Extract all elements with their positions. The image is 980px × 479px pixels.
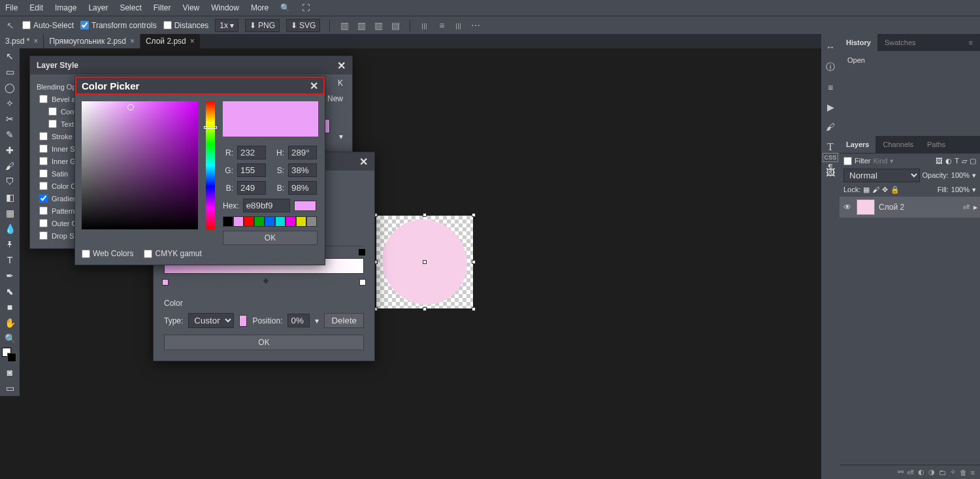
pen-tool[interactable]: ✒ <box>0 268 20 284</box>
chevron-down-icon[interactable]: ▾ <box>315 316 319 325</box>
palette-swatch[interactable] <box>223 216 233 227</box>
hue-indicator[interactable] <box>204 126 217 129</box>
b-input[interactable] <box>237 181 266 195</box>
color-swatches[interactable] <box>0 346 20 365</box>
palette-swatch[interactable] <box>254 216 265 227</box>
path-select-tool[interactable]: ⬉ <box>0 284 20 299</box>
info-icon[interactable]: ⓘ <box>826 61 835 73</box>
zoom-tool[interactable]: 🔍 <box>0 331 20 346</box>
position-input[interactable] <box>287 314 310 327</box>
web-colors-checkbox[interactable]: Web Colors <box>82 249 133 258</box>
br-input[interactable] <box>288 181 317 195</box>
s-input[interactable] <box>288 163 317 177</box>
doc-tab[interactable]: Прямоугольник 2.psd× <box>44 34 140 48</box>
css-panel-button[interactable]: CSS <box>823 153 839 162</box>
close-icon[interactable]: × <box>190 37 195 46</box>
marquee-tool[interactable]: ▭ <box>0 64 20 80</box>
close-icon[interactable]: ✕ <box>337 59 346 72</box>
quick-mask-tool[interactable]: ◙ <box>0 365 20 380</box>
filter-smart-icon[interactable]: ▢ <box>970 157 976 165</box>
palette-swatch[interactable] <box>233 216 244 227</box>
arrows-icon[interactable]: ↔ <box>826 42 835 52</box>
cmyk-gamut-checkbox[interactable]: CMYK gamut <box>144 249 201 258</box>
close-icon[interactable]: ✕ <box>359 156 368 168</box>
palette-swatch[interactable] <box>296 216 306 227</box>
eraser-tool[interactable]: ◧ <box>0 190 20 205</box>
background-swatch[interactable] <box>7 353 16 362</box>
type-tool[interactable]: T <box>0 252 20 268</box>
sb-indicator[interactable] <box>127 104 134 110</box>
menu-view[interactable]: View <box>182 3 199 12</box>
layer-fx-badge[interactable]: eff <box>963 204 970 210</box>
opacity-stop[interactable] <box>359 249 365 256</box>
screen-mode-tool[interactable]: ▭ <box>0 380 20 396</box>
align-top-icon[interactable]: ▤ <box>390 21 400 30</box>
more-align-icon[interactable]: ⋯ <box>470 21 481 30</box>
filter-pixel-icon[interactable]: 🖼 <box>936 157 943 165</box>
menu-window[interactable]: Window <box>211 3 239 12</box>
r-input[interactable] <box>237 146 266 159</box>
type-select[interactable]: Custom <box>188 313 234 328</box>
close-icon[interactable]: × <box>130 37 135 46</box>
layer-thumbnail[interactable] <box>857 199 875 215</box>
chevron-right-icon[interactable]: ▸ <box>973 203 977 212</box>
layer-mask-icon[interactable]: ◐ <box>918 468 924 476</box>
history-tab[interactable]: History <box>840 34 878 51</box>
align-right-icon[interactable]: ▥ <box>373 21 384 30</box>
close-icon[interactable]: ✕ <box>310 80 318 92</box>
layer-name[interactable]: Слой 2 <box>879 203 904 212</box>
lock-position-icon[interactable]: ✥ <box>882 186 888 194</box>
layer-style-title[interactable]: Layer Style ✕ <box>30 56 352 74</box>
menu-file[interactable]: File <box>5 3 18 12</box>
palette-swatch[interactable] <box>306 216 317 227</box>
hand-tool[interactable]: ✋ <box>0 315 20 331</box>
filter-adjust-icon[interactable]: ◐ <box>945 157 952 165</box>
move-tool[interactable]: ↖ <box>0 48 20 64</box>
paths-tab[interactable]: Paths <box>921 136 953 153</box>
distribute-v-icon[interactable]: ≡ <box>436 21 447 30</box>
play-icon[interactable]: ▶ <box>827 102 834 112</box>
g-input[interactable] <box>237 163 266 177</box>
menu-more[interactable]: More <box>251 3 269 12</box>
layers-tab[interactable]: Layers <box>840 136 876 153</box>
list-icon[interactable]: ≡ <box>828 82 833 93</box>
midpoint-stop[interactable] <box>263 278 269 284</box>
align-center-h-icon[interactable]: ▥ <box>356 21 367 30</box>
transform-handle[interactable] <box>423 307 427 311</box>
filter-checkbox[interactable] <box>843 157 852 165</box>
stop-color-swatch[interactable] <box>239 315 247 327</box>
layer-fx-icon[interactable]: eff <box>907 469 914 476</box>
palette-swatch[interactable] <box>244 216 254 227</box>
palette-swatch[interactable] <box>286 216 296 227</box>
panel-menu-icon[interactable]: ≡ <box>962 34 980 51</box>
zoom-select[interactable]: 1x ▾ <box>215 19 238 32</box>
history-item[interactable]: Open <box>843 55 976 65</box>
export-png-button[interactable]: ⬇PNG <box>245 19 280 32</box>
chevron-down-icon[interactable]: ▾ <box>339 132 343 141</box>
filter-shape-icon[interactable]: ▱ <box>962 157 967 165</box>
saturation-brightness-field[interactable] <box>82 101 198 229</box>
panel-menu-icon[interactable]: ≡ <box>971 469 975 476</box>
menu-image[interactable]: Image <box>55 3 76 12</box>
search-icon[interactable]: 🔍 <box>280 3 290 12</box>
shape-tool[interactable]: ■ <box>0 299 20 315</box>
color-picker-title[interactable]: Color Picker ✕ <box>75 76 325 95</box>
distribute-h-icon[interactable]: ⫼ <box>419 21 430 30</box>
transform-center[interactable] <box>423 260 427 264</box>
character-icon[interactable]: T <box>827 141 834 153</box>
transform-controls-checkbox[interactable]: Transform controls <box>80 21 157 30</box>
new-layer-icon[interactable]: ✧ <box>950 468 956 476</box>
healing-tool[interactable]: ✚ <box>0 142 20 158</box>
palette-swatch[interactable] <box>275 216 286 227</box>
doc-tab-active[interactable]: Слой 2.psd× <box>140 34 201 48</box>
auto-select-checkbox[interactable]: Auto-Select <box>22 21 74 30</box>
new-folder-icon[interactable]: 🗀 <box>939 469 946 476</box>
link-layers-icon[interactable]: ⚯ <box>898 468 904 476</box>
crop-tool[interactable]: ✂ <box>0 111 20 127</box>
close-icon[interactable]: × <box>33 37 38 46</box>
lasso-tool[interactable]: ◯ <box>0 80 20 95</box>
hex-input[interactable] <box>243 199 290 212</box>
dodge-tool[interactable]: 🖈 <box>0 237 20 252</box>
menu-filter[interactable]: Filter <box>154 3 171 12</box>
transform-handle[interactable] <box>472 307 476 311</box>
